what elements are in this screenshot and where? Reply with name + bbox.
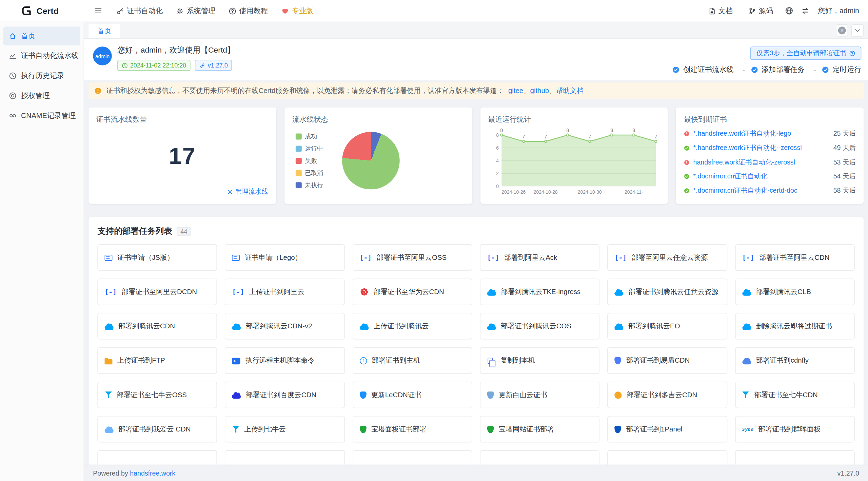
- deploy-task-item[interactable]: [608, 450, 727, 464]
- api-switch-button[interactable]: [798, 4, 811, 17]
- deploy-task-item[interactable]: 部署到腾讯云CDN-v2: [225, 313, 344, 339]
- days-remaining: 25 天后: [833, 129, 856, 138]
- status-icon: [684, 131, 690, 137]
- deploy-task-item[interactable]: 部署到腾讯云EO: [608, 313, 727, 339]
- handsfree-link[interactable]: handsfree.work: [130, 469, 175, 477]
- sidebar-item[interactable]: 证书自动化流水线: [3, 46, 80, 65]
- nav-menu-item[interactable]: 专业版: [275, 0, 319, 22]
- recent-runs-chart[interactable]: 02468877878872024-10-262024-10-282024-10…: [488, 126, 660, 197]
- guide-button-label: 仅需3步，全自动申请部署证书: [756, 49, 847, 58]
- notice-link[interactable]: 帮助文档: [556, 87, 584, 95]
- legend-item[interactable]: 已取消: [295, 169, 323, 177]
- certificate-link[interactable]: *.docmirror.cn证书自动化-certd-doc: [693, 186, 830, 196]
- deploy-task-item[interactable]: 部署证书到1Panel: [608, 416, 727, 442]
- sidebar-item[interactable]: 首页: [3, 26, 80, 45]
- nav-menu-item[interactable]: 系统管理: [170, 0, 221, 22]
- deploy-task-item[interactable]: [-] 上传证书到阿里云: [225, 278, 344, 305]
- tab-menu-button[interactable]: [851, 24, 864, 37]
- docs-link[interactable]: 文档: [702, 0, 739, 22]
- deploy-task-item[interactable]: 部署证书到百度云CDN: [225, 382, 344, 408]
- page-content: admin 您好，admin，欢迎使用【Certd】 2024-11-02 22…: [84, 39, 868, 465]
- deploy-task-item[interactable]: [-] 部署证书至阿里云OSS: [352, 244, 472, 271]
- legend-item[interactable]: 失败: [295, 156, 323, 165]
- deploy-task-item[interactable]: Syno 部署证书到群晖面板: [735, 416, 855, 442]
- certificate-link[interactable]: *.docmirror.cn证书自动化: [693, 172, 830, 181]
- deploy-task-item[interactable]: 部署证书至七牛CDN: [735, 382, 855, 408]
- deploy-task-item[interactable]: [480, 450, 599, 464]
- deploy-task-item[interactable]: 部署证书到我爱云 CDN: [97, 416, 217, 442]
- legend-item[interactable]: 运行中: [295, 144, 323, 152]
- nav-menu-item[interactable]: 使用教程: [222, 0, 274, 22]
- doc-icon: [708, 7, 715, 15]
- manage-pipelines-link[interactable]: 管理流水线: [227, 187, 268, 197]
- deploy-task-item[interactable]: 更新白山云证书: [480, 382, 599, 408]
- deploy-task-item[interactable]: 部署证书至七牛云OSS: [97, 382, 217, 408]
- task-label: 部署证书至华为云CDN: [374, 287, 444, 297]
- deploy-task-item[interactable]: 更新LeCDN证书: [352, 382, 472, 408]
- pipeline-status-pie[interactable]: [342, 132, 400, 190]
- guide-button[interactable]: 仅需3步，全自动申请部署证书: [750, 46, 862, 60]
- task-label: 证书申请（JS版）: [117, 253, 174, 262]
- sidebar-item[interactable]: 执行历史记录: [3, 66, 80, 85]
- sidebar: 首页 证书自动化流水线 执行历史记录 授权管理 CNAME记录管理: [0, 22, 84, 481]
- sidebar-item[interactable]: CNAME记录管理: [3, 106, 80, 125]
- deploy-task-item[interactable]: [-] 部署证书至阿里云CDN: [735, 244, 855, 271]
- user-greeting[interactable]: 您好，admin: [818, 6, 859, 16]
- brand[interactable]: Certd: [0, 5, 84, 17]
- deploy-task-item[interactable]: 部署证书到cdnfly: [735, 347, 855, 374]
- deploy-task-item[interactable]: 部署到腾讯云CLB: [735, 278, 855, 305]
- legend-item[interactable]: 未执行: [295, 181, 323, 189]
- deploy-task-item[interactable]: 证书申请（Lego）: [225, 244, 344, 271]
- task-icon: [-]: [615, 254, 627, 261]
- close-circle-icon: ×: [838, 26, 846, 34]
- tab-home[interactable]: 首页: [88, 24, 120, 38]
- deploy-task-item[interactable]: 上传证书到腾讯云: [352, 313, 472, 339]
- version-badge[interactable]: v1.27.0: [195, 60, 232, 71]
- deploy-task-item[interactable]: 部署证书到易盾CDN: [608, 347, 727, 374]
- days-remaining: 54 天后: [833, 172, 856, 181]
- deploy-task-item[interactable]: 上传证书到FTP: [97, 347, 217, 374]
- deploy-task-item[interactable]: 部署证书到主机: [352, 347, 472, 374]
- deploy-task-item[interactable]: 复制到本机: [480, 347, 599, 374]
- deploy-task-item[interactable]: [352, 450, 472, 464]
- notice-link[interactable]: gitee: [508, 87, 523, 95]
- deploy-task-item[interactable]: [735, 450, 855, 464]
- deploy-task-item[interactable]: 宝塔面板证书部署: [352, 416, 472, 442]
- deploy-task-item[interactable]: [-] 部署至阿里云任意云资源: [608, 244, 727, 271]
- notice-link[interactable]: github: [530, 87, 549, 95]
- task-label: 部署到腾讯云CLB: [756, 287, 811, 297]
- deploy-task-item[interactable]: [-] 部署证书至阿里云DCDN: [97, 278, 217, 305]
- tab-close-all-button[interactable]: ×: [836, 24, 848, 37]
- deploy-task-item[interactable]: 部署证书至华为云CDN: [352, 278, 472, 305]
- nav-menu-item[interactable]: 证书自动化: [110, 0, 169, 22]
- deploy-task-item[interactable]: [-] 部署到阿里云Ack: [480, 244, 599, 271]
- deploy-task-item[interactable]: 执行远程主机脚本命令: [225, 347, 344, 374]
- deploy-task-item[interactable]: [97, 450, 217, 464]
- svg-text:8: 8: [566, 127, 569, 133]
- sidebar-collapse-button[interactable]: [92, 4, 105, 17]
- task-icon: [360, 460, 367, 465]
- source-link[interactable]: 源码: [742, 0, 779, 22]
- deploy-task-item[interactable]: 部署到腾讯云CDN: [97, 313, 217, 339]
- deploy-task-item[interactable]: 部署证书到腾讯云COS: [480, 313, 599, 339]
- step-label: 定时运行: [833, 65, 862, 75]
- language-button[interactable]: [783, 4, 795, 17]
- certificate-link[interactable]: *.handsfree.work证书自动化--zerossl: [693, 143, 830, 153]
- certificate-link[interactable]: *.handsfree.work证书自动化-lego: [693, 129, 830, 138]
- deploy-task-item[interactable]: 删除腾讯云即将过期证书: [735, 313, 855, 339]
- deploy-task-item[interactable]: [225, 450, 344, 464]
- avatar[interactable]: admin: [93, 46, 112, 65]
- task-label: 上传证书到阿里云: [249, 287, 304, 297]
- deploy-task-item[interactable]: 证书申请（JS版）: [97, 244, 217, 271]
- certificate-link[interactable]: handsfree.work证书自动化-zerossl: [693, 157, 830, 167]
- legend-swatch: [295, 133, 301, 139]
- task-icon: [105, 325, 114, 330]
- deploy-task-item[interactable]: 上传到七牛云: [225, 416, 344, 442]
- sidebar-item[interactable]: 授权管理: [3, 86, 80, 105]
- deploy-task-item[interactable]: 部署证书到多吉云CDN: [608, 382, 727, 408]
- deploy-task-item[interactable]: 部署证书到腾讯云任意云资源: [608, 278, 727, 305]
- task-icon: [-]: [360, 254, 372, 261]
- deploy-task-item[interactable]: 部署到腾讯云TKE-ingress: [480, 278, 599, 305]
- legend-item[interactable]: 成功: [295, 132, 323, 140]
- deploy-task-item[interactable]: 宝塔网站证书部署: [480, 416, 599, 442]
